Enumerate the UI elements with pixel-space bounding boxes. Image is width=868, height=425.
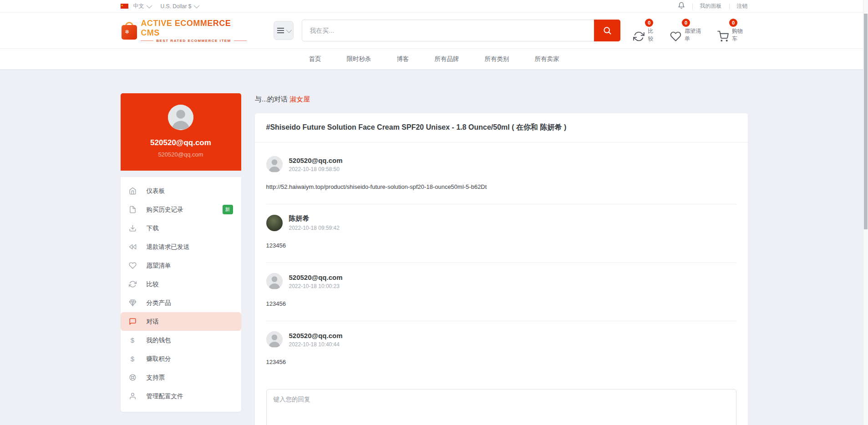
- china-flag-icon: ★: [121, 4, 128, 9]
- message-avatar: [266, 215, 283, 231]
- search-icon: [603, 26, 612, 35]
- wishlist-count-badge: 0: [682, 19, 690, 27]
- profile-card: 520520@qq.com 520520@qq.com: [121, 93, 241, 171]
- sidebar-menu: 仪表板 购买历史记录 新 下载 退款请求已发送 愿望清单: [121, 177, 241, 412]
- sidebar-item-classified-products[interactable]: 分类产品: [121, 293, 241, 312]
- file-icon: [129, 206, 137, 213]
- compare-label: 比较: [648, 27, 658, 43]
- dollar-icon: $: [129, 355, 137, 363]
- conversation-card: #Shiseido Future Solution Face Cream SPF…: [255, 113, 748, 425]
- my-panel-link[interactable]: 我的面板: [700, 2, 722, 10]
- shopping-bag-logo-icon: ❄: [121, 21, 137, 40]
- divider: [692, 3, 693, 10]
- account-sidebar: 520520@qq.com 520520@qq.com 仪表板 购买历史记录 新…: [121, 93, 241, 412]
- new-badge: 新: [223, 205, 233, 214]
- nav-item-all-categories[interactable]: 所有类别: [485, 55, 509, 63]
- search-input[interactable]: [302, 20, 594, 41]
- page-title: 与...的对话 淑女屋: [255, 95, 748, 104]
- nav-item-home[interactable]: 首页: [309, 55, 321, 63]
- message-sender: 陈妍希: [289, 214, 340, 223]
- site-header: ❄ ACTIVE ECOMMERCE CMS BEST RATED ECOMME…: [0, 13, 868, 48]
- site-logo[interactable]: ❄ ACTIVE ECOMMERCE CMS BEST RATED ECOMME…: [121, 19, 249, 43]
- search-button[interactable]: [594, 20, 620, 41]
- logout-link[interactable]: 注销: [737, 2, 748, 10]
- cart-label: 购物车: [732, 27, 747, 43]
- sidebar-item-manage-profile[interactable]: 管理配置文件: [121, 387, 241, 405]
- compare-count-badge: 0: [645, 19, 653, 27]
- sidebar-item-refund-requests[interactable]: 退款请求已发送: [121, 238, 241, 256]
- chat-icon: [129, 318, 137, 325]
- scrollbar-thumb[interactable]: [864, 14, 868, 229]
- notifications-bell-icon[interactable]: [678, 2, 685, 10]
- message-time: 2022-10-18 10:40:44: [289, 341, 343, 348]
- currency-label: U.S. Dollar $: [161, 3, 192, 10]
- sidebar-item-my-wallet[interactable]: $ 我的钱包: [121, 331, 241, 349]
- currency-selector[interactable]: U.S. Dollar $: [161, 3, 198, 10]
- dollar-icon: $: [129, 336, 137, 344]
- logo-subtitle: BEST RATED ECOMMERCE ITEM: [141, 39, 249, 43]
- nav-item-blog[interactable]: 博客: [397, 55, 409, 63]
- topbar: ★ 中文 U.S. Dollar $ 我的面板 注销: [0, 0, 868, 13]
- seller-link[interactable]: 淑女屋: [289, 95, 310, 103]
- main-nav: 首页 限时秒杀 博客 所有品牌 所有类别 所有卖家: [0, 48, 868, 69]
- wishlist-widget[interactable]: 0 愿望清单: [670, 19, 706, 43]
- home-icon: [129, 187, 137, 195]
- nav-item-all-brands[interactable]: 所有品牌: [435, 55, 459, 63]
- heart-icon: [129, 262, 137, 269]
- sidebar-item-purchase-history[interactable]: 购买历史记录 新: [121, 200, 241, 219]
- gem-icon: [129, 299, 137, 307]
- message-list: 520520@qq.com 2022-10-18 09:58:50 http:/…: [255, 142, 748, 379]
- message-text: http://52.haiwaiym.top/product/shiseido-…: [266, 183, 736, 190]
- sidebar-item-downloads[interactable]: 下载: [121, 219, 241, 238]
- message-text: 123456: [266, 359, 736, 365]
- nav-item-flash-deals[interactable]: 限时秒杀: [347, 55, 371, 63]
- message-time: 2022-10-18 09:58:50: [289, 166, 343, 172]
- message-sender: 520520@qq.com: [289, 332, 343, 339]
- divider: [729, 3, 730, 10]
- message-time: 2022-10-18 09:59:42: [289, 225, 340, 231]
- support-ticket-icon: [129, 374, 137, 381]
- user-icon: [129, 392, 137, 400]
- profile-name: 520520@qq.com: [125, 138, 237, 147]
- conversation-title: #Shiseido Future Solution Face Cream SPF…: [266, 123, 736, 132]
- download-icon: [129, 224, 137, 232]
- categories-menu-button[interactable]: [274, 21, 294, 40]
- cart-count-badge: 0: [729, 19, 737, 27]
- chevron-down-icon: [193, 3, 199, 9]
- sidebar-item-wishlist[interactable]: 愿望清单: [121, 256, 241, 275]
- message-time: 2022-10-18 10:00:23: [289, 283, 343, 289]
- rewind-icon: [129, 243, 137, 251]
- message-avatar: [266, 331, 283, 348]
- compare-widget[interactable]: 0 比较: [633, 19, 658, 43]
- sidebar-item-earn-points[interactable]: $ 赚取积分: [121, 349, 241, 368]
- language-label: 中文: [133, 2, 144, 10]
- wishlist-label: 愿望清单: [685, 27, 706, 43]
- profile-email: 520520@qq.com: [125, 151, 237, 158]
- message-item: 520520@qq.com 2022-10-18 10:00:23 123456: [266, 263, 736, 321]
- logo-title: ACTIVE ECOMMERCE CMS: [141, 19, 249, 38]
- message-item: 520520@qq.com 2022-10-18 09:58:50 http:/…: [266, 146, 736, 204]
- message-avatar: [266, 273, 283, 289]
- message-item: 520520@qq.com 2022-10-18 10:40:44 123456: [266, 321, 736, 379]
- user-avatar: [168, 105, 193, 130]
- sidebar-item-conversations[interactable]: 对话: [121, 312, 241, 331]
- message-item: 陈妍希 2022-10-18 09:59:42 123456: [266, 204, 736, 263]
- cart-widget[interactable]: 0 购物车: [717, 19, 747, 43]
- reply-input[interactable]: [266, 389, 736, 425]
- page-scrollbar[interactable]: [863, 0, 868, 425]
- message-sender: 520520@qq.com: [289, 157, 343, 164]
- sidebar-item-support-ticket[interactable]: 支持票: [121, 368, 241, 387]
- message-avatar: [266, 156, 283, 172]
- conversation-main: 与...的对话 淑女屋 #Shiseido Future Solution Fa…: [255, 93, 748, 425]
- compare-refresh-icon: [633, 30, 645, 42]
- message-text: 123456: [266, 242, 736, 249]
- nav-item-all-sellers[interactable]: 所有卖家: [535, 55, 559, 63]
- heart-icon: [670, 30, 681, 42]
- cart-icon: [717, 30, 729, 42]
- sidebar-item-dashboard[interactable]: 仪表板: [121, 182, 241, 200]
- sidebar-item-compare[interactable]: 比较: [121, 275, 241, 293]
- language-selector[interactable]: ★ 中文: [121, 2, 151, 10]
- message-sender: 520520@qq.com: [289, 273, 343, 281]
- compare-refresh-icon: [129, 280, 137, 288]
- message-text: 123456: [266, 300, 736, 307]
